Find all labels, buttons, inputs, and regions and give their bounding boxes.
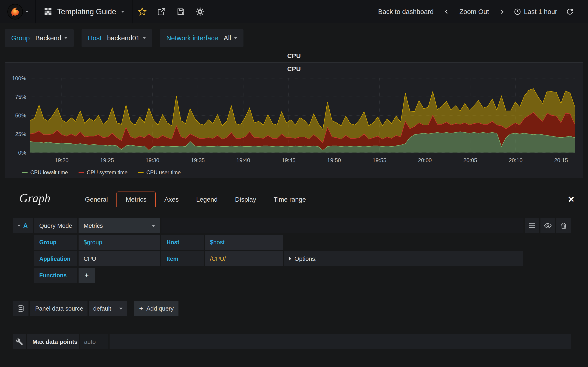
svg-text:19:50: 19:50 [327,157,341,163]
chevron-down-icon [119,308,123,310]
group-field-label: Group [34,235,78,250]
query-row-group-host: Group $group Host $host [13,235,571,250]
time-shift-right-button[interactable] [495,8,508,15]
datasource-icon-button[interactable] [13,301,28,316]
time-picker-button[interactable]: Last 1 hour [510,8,561,16]
chevron-down-icon [143,37,146,39]
add-query-label: Add query [147,305,174,312]
editor-tabs: General Metrics Axes Legend Display Time… [76,192,315,207]
panel-editor-header: Graph General Metrics Axes Legend Displa… [0,191,588,207]
share-button[interactable] [152,0,171,23]
collapse-caret-icon [18,225,20,227]
template-variables-bar: Group: Backend Host: backend01 Network i… [0,23,588,51]
svg-text:20:10: 20:10 [509,157,523,163]
options-label: Options: [294,255,317,262]
legend-item[interactable]: CPU system time [78,169,128,176]
svg-text:19:40: 19:40 [236,157,250,163]
tab-metrics[interactable]: Metrics [116,192,156,207]
svg-text:75%: 75% [15,94,26,100]
query-row-functions: Functions + [13,268,571,283]
item-field-input[interactable]: /CPU/ [205,251,283,266]
variable-netif-label: Network interface: [166,34,220,42]
grafana-menu-button[interactable] [0,0,36,23]
query-mode-value: Metrics [84,222,103,229]
panel-options-icon-button[interactable] [13,334,26,349]
query-row-filler [162,218,523,233]
triangle-right-icon [289,257,291,261]
panel-datasource-label: Panel data source [30,301,87,316]
datasource-select[interactable]: default [89,301,127,316]
top-navbar: Templating Guide [0,0,588,23]
zoom-out-button[interactable]: Zoom Out [455,8,493,16]
refresh-button[interactable] [563,8,577,16]
row-indent [13,251,33,266]
settings-button[interactable] [190,0,210,23]
query-menu-button[interactable] [525,218,539,233]
tab-display[interactable]: Display [226,192,265,207]
variable-group-label: Group: [11,34,32,42]
save-icon [176,7,185,16]
svg-text:25%: 25% [15,131,26,137]
graph-legend: CPU iowait timeCPU system timeCPU user t… [5,167,583,178]
chevron-down-icon [152,225,155,227]
options-toggle[interactable]: Options: [284,251,523,266]
max-data-points-input[interactable] [80,334,108,349]
query-delete-button[interactable] [556,218,571,233]
svg-text:19:35: 19:35 [191,157,205,163]
grafana-logo-icon [7,4,23,20]
host-field-input[interactable]: $host [205,235,283,250]
save-button[interactable] [171,0,190,23]
cpu-chart-svg[interactable]: 0%25%50%75%100%19:2019:2519:3019:3519:40… [7,75,581,167]
query-editor: A Query Mode Metrics [0,207,588,283]
svg-text:0%: 0% [18,150,26,156]
application-field-label: Application [34,251,78,266]
star-button[interactable] [132,0,152,23]
legend-item[interactable]: CPU iowait time [22,169,68,176]
close-editor-button[interactable]: × [566,194,577,204]
panel-title[interactable]: CPU [5,63,583,75]
add-function-button[interactable]: + [78,268,95,283]
svg-text:19:25: 19:25 [100,157,114,163]
legend-swatch [138,172,144,173]
legend-swatch [78,172,84,173]
dashboard-title-dropdown[interactable]: Templating Guide [36,0,132,23]
query-toggle-visibility-button[interactable] [540,218,555,233]
database-icon [17,305,25,312]
variable-netif-value: All [224,34,231,42]
trash-icon [560,222,568,230]
add-query-button[interactable]: + Add query [134,301,179,316]
cpu-graph-panel: CPU 0%25%50%75%100%19:2019:2519:3019:351… [5,62,583,178]
svg-text:19:55: 19:55 [372,157,386,163]
row-panel-title: CPU [0,52,588,60]
legend-swatch [22,172,27,173]
share-icon [157,7,166,16]
svg-text:19:30: 19:30 [146,157,159,163]
clock-icon [514,8,521,15]
variable-host-dropdown[interactable]: Host: backend01 [82,29,152,47]
panel-options-row: Max data points [0,334,588,349]
tab-time-range[interactable]: Time range [265,192,315,207]
wrench-icon [16,338,23,345]
host-field-label: Host [161,235,204,250]
tab-legend[interactable]: Legend [187,192,226,207]
star-icon [138,7,147,16]
tab-axes[interactable]: Axes [156,192,187,207]
variable-group-value: Backend [35,34,61,42]
group-field-input[interactable]: $group [78,235,160,250]
variable-group-dropdown[interactable]: Group: Backend [5,29,74,47]
chevron-down-icon [234,37,237,39]
query-collapse-toggle[interactable]: A [13,218,33,233]
legend-item[interactable]: CPU user time [138,169,181,176]
variable-netif-dropdown[interactable]: Network interface: All [160,29,243,47]
svg-text:20:00: 20:00 [418,157,432,163]
plus-icon: + [139,305,143,312]
cpu-graph[interactable]: 0%25%50%75%100%19:2019:2519:3019:3519:40… [5,75,583,167]
back-to-dashboard-link[interactable]: Back to dashboard [374,8,438,16]
time-shift-left-button[interactable] [440,8,453,15]
query-mode-select[interactable]: Metrics [78,218,160,233]
application-field-input[interactable]: CPU [78,251,160,266]
svg-text:19:45: 19:45 [282,157,296,163]
item-field-label: Item [161,251,204,266]
tab-general[interactable]: General [76,192,117,207]
svg-text:50%: 50% [15,112,26,119]
